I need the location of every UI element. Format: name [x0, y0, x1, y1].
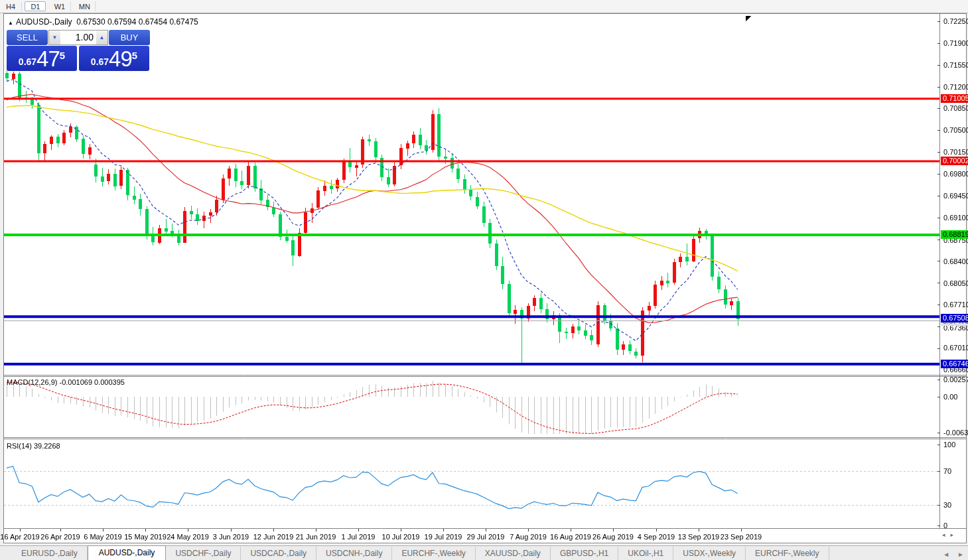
support-price-badge: 0.68819 — [941, 230, 968, 239]
tab-scroll-left-icon[interactable]: ◄ — [939, 549, 953, 560]
macd-axis-label: 0.002574 — [943, 376, 968, 384]
price-axis-label: 0.68400 — [943, 257, 968, 265]
volume-stepper: ▼ 1.00 ▲ — [48, 30, 108, 45]
price-axis-label: 0.69450 — [943, 192, 968, 200]
rsi-axis-label: 0 — [943, 522, 947, 529]
time-axis-label: 23 Sep 2019 — [721, 533, 762, 541]
time-axis-label: 12 Jun 2019 — [253, 533, 294, 541]
time-axis-label: 1 Jul 2019 — [342, 533, 376, 541]
time-axis-label: 15 May 2019 — [124, 533, 167, 541]
volume-increase-icon[interactable]: ▲ — [96, 31, 107, 44]
macd-axis-label: -0.006326 — [943, 429, 968, 437]
time-axis-scroll-arrows[interactable]: ◂▸ — [942, 531, 959, 538]
rsi-axis-label: 30 — [943, 501, 951, 509]
time-axis-label: 7 Aug 2019 — [510, 533, 547, 541]
time-axis-label: 24 May 2019 — [167, 533, 209, 541]
buy-price-prefix: 0.67 — [91, 56, 109, 67]
price-axis-label: 0.70500 — [943, 126, 968, 134]
sell-price-prefix: 0.67 — [19, 56, 36, 67]
chart-ohlc-values: 0.67530 0.67594 0.67454 0.67475 — [76, 17, 198, 27]
time-axis-label: 3 Jun 2019 — [213, 533, 249, 541]
timeframe-button-mn[interactable]: MN — [74, 1, 96, 11]
tab-scroll-right-icon[interactable]: ► — [953, 549, 968, 560]
price-axis-label: 0.69100 — [943, 214, 968, 222]
buy-price-panel[interactable]: 0.67495 — [79, 46, 149, 71]
price-axis-label: 0.67010 — [943, 344, 968, 352]
tab-usdx-weekly[interactable]: USDX-,Weekly — [673, 547, 746, 560]
chart-title: ▲AUDUSD-,Daily 0.67530 0.67594 0.67454 0… — [8, 17, 198, 27]
time-axis-label: 16 Aug 2019 — [550, 533, 591, 541]
price-axis-label: 0.72250 — [943, 17, 968, 25]
time-axis-label: 13 Sep 2019 — [678, 533, 719, 541]
tab-eurchf-weekly-2[interactable]: EURCHF-,Weekly — [746, 547, 829, 560]
support-price-badge: 0.66746 — [941, 360, 968, 368]
rsi-axis-label: 100 — [943, 441, 955, 449]
tab-eurusd-daily[interactable]: EURUSD-,Daily — [12, 547, 88, 560]
timeframe-toolbar: H4 D1 W1 MN — [0, 0, 968, 13]
symbol-tab-bar: EURUSD-,Daily AUDUSD-,Daily USDCHF-,Dail… — [0, 545, 968, 560]
macd-indicator-label: MACD(12,26,9) -0.001069 0.000395 — [7, 378, 125, 386]
sell-price-big-digits: 47 — [36, 48, 60, 70]
price-axis-label: 0.70850 — [943, 104, 968, 112]
time-axis-label: 29 Jul 2019 — [467, 533, 505, 541]
price-axis-label: 0.67710 — [943, 301, 968, 309]
timeframe-button-d1[interactable]: D1 — [25, 1, 46, 11]
tab-gbpusd-h1[interactable]: GBPUSD-,H1 — [551, 547, 618, 560]
volume-input[interactable]: 1.00 — [60, 31, 96, 44]
support-price-badge: 0.67508 — [941, 314, 968, 322]
time-axis-label: 4 Sep 2019 — [638, 533, 675, 541]
time-axis-label: 6 May 2019 — [84, 533, 121, 541]
time-axis-label: 21 Jun 2019 — [296, 533, 336, 541]
time-axis-label: 19 Jul 2019 — [425, 533, 462, 541]
mouse-cursor-icon: ◤ — [746, 14, 751, 23]
price-axis-label: 0.68050 — [943, 279, 968, 287]
tab-xauusd-daily[interactable]: XAUUSD-,Daily — [476, 547, 551, 560]
one-click-panel-toggle-icon[interactable]: ▲ — [8, 20, 13, 26]
price-axis-label: 0.71900 — [943, 39, 968, 47]
timeframe-button-h4[interactable]: H4 — [0, 1, 22, 11]
time-axis-label: 26 Apr 2019 — [40, 533, 80, 541]
one-click-trading-panel: SELL ▼ 1.00 ▲ BUY 0.67475 0.67495 — [7, 30, 150, 71]
volume-decrease-icon[interactable]: ▼ — [49, 31, 60, 44]
price-axis-label: 0.69800 — [943, 170, 968, 178]
sell-button[interactable]: SELL — [7, 30, 48, 45]
price-axis-label: 0.71200 — [943, 83, 968, 91]
price-axis-label: 0.71550 — [943, 61, 968, 69]
tab-usdchf-daily[interactable]: USDCHF-,Daily — [166, 547, 241, 560]
tab-eurchf-weekly[interactable]: EURCHF-,Weekly — [392, 547, 475, 560]
resistance-price-badge: 0.70002 — [941, 157, 968, 165]
sell-price-pipette: 5 — [60, 50, 65, 61]
sell-price-panel[interactable]: 0.67475 — [7, 46, 77, 71]
buy-price-pipette: 5 — [132, 50, 137, 61]
tab-audusd-daily[interactable]: AUDUSD-,Daily — [88, 545, 167, 560]
price-axis-label: 0.70150 — [943, 148, 968, 156]
buy-button[interactable]: BUY — [109, 30, 150, 45]
rsi-axis-label: 70 — [943, 467, 951, 475]
tab-usdcnh-daily[interactable]: USDCNH-,Daily — [316, 547, 392, 560]
macd-axis-label: 0.00 — [943, 393, 957, 401]
chart-symbol-label: AUDUSD-,Daily — [16, 17, 72, 27]
rsi-indicator-label: RSI(14) 39.2268 — [7, 442, 60, 450]
time-axis-label: 26 Aug 2019 — [592, 533, 634, 541]
resistance-price-badge: 0.71005 — [941, 94, 968, 103]
price-chart-canvas[interactable] — [0, 0, 968, 560]
tab-usdcad-daily[interactable]: USDCAD-,Daily — [241, 547, 316, 560]
time-axis-label: 10 Jul 2019 — [382, 533, 420, 541]
timeframe-button-w1[interactable]: W1 — [49, 1, 71, 11]
buy-price-big-digits: 49 — [109, 48, 132, 70]
tab-ukoil-h1[interactable]: UKOil-,H1 — [618, 547, 673, 560]
time-axis-label: 16 Apr 2019 — [0, 533, 39, 541]
